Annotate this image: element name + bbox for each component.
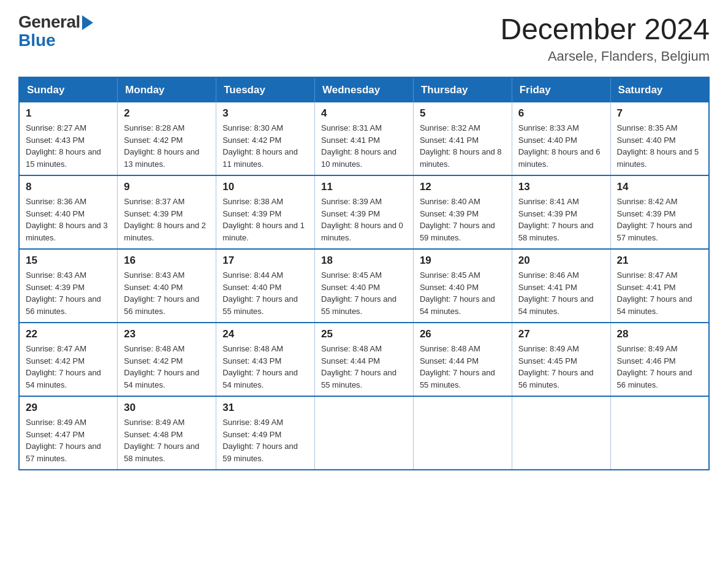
day-number: 30: [124, 402, 210, 414]
day-info: Sunrise: 8:47 AMSunset: 4:41 PMDaylight:…: [617, 269, 702, 317]
day-info: Sunrise: 8:48 AMSunset: 4:44 PMDaylight:…: [321, 343, 407, 391]
weekday-header-thursday: Thursday: [413, 77, 512, 102]
day-number: 16: [124, 255, 210, 267]
weekday-header-tuesday: Tuesday: [216, 77, 315, 102]
calendar-week-row: 8Sunrise: 8:36 AMSunset: 4:40 PMDaylight…: [19, 175, 709, 249]
weekday-header-wednesday: Wednesday: [315, 77, 414, 102]
day-number: 19: [420, 255, 506, 267]
calendar-cell: 6Sunrise: 8:33 AMSunset: 4:40 PMDaylight…: [512, 102, 610, 175]
day-info: Sunrise: 8:44 AMSunset: 4:40 PMDaylight:…: [222, 269, 308, 317]
calendar-cell: 20Sunrise: 8:46 AMSunset: 4:41 PMDayligh…: [512, 249, 610, 323]
day-info: Sunrise: 8:37 AMSunset: 4:39 PMDaylight:…: [124, 196, 210, 243]
weekday-header-saturday: Saturday: [610, 77, 709, 102]
calendar-cell: [610, 396, 709, 470]
day-number: 26: [420, 328, 506, 340]
day-number: 31: [222, 402, 308, 414]
day-info: Sunrise: 8:28 AMSunset: 4:42 PMDaylight:…: [124, 122, 210, 170]
calendar-cell: 31Sunrise: 8:49 AMSunset: 4:49 PMDayligh…: [216, 396, 315, 470]
day-number: 11: [321, 181, 407, 193]
calendar-cell: 1Sunrise: 8:27 AMSunset: 4:43 PMDaylight…: [19, 102, 118, 175]
day-info: Sunrise: 8:39 AMSunset: 4:39 PMDaylight:…: [321, 196, 407, 243]
day-number: 17: [222, 255, 308, 267]
calendar-cell: 29Sunrise: 8:49 AMSunset: 4:47 PMDayligh…: [19, 396, 118, 470]
day-info: Sunrise: 8:32 AMSunset: 4:41 PMDaylight:…: [420, 122, 506, 170]
day-number: 12: [420, 181, 506, 193]
day-number: 20: [518, 255, 604, 267]
calendar-subtitle: Aarsele, Flanders, Belgium: [500, 48, 710, 64]
day-number: 1: [26, 107, 111, 120]
day-number: 14: [617, 181, 702, 193]
calendar-cell: 7Sunrise: 8:35 AMSunset: 4:40 PMDaylight…: [610, 102, 709, 175]
calendar-cell: 17Sunrise: 8:44 AMSunset: 4:40 PMDayligh…: [216, 249, 315, 323]
day-info: Sunrise: 8:49 AMSunset: 4:47 PMDaylight:…: [26, 416, 111, 464]
calendar-cell: 22Sunrise: 8:47 AMSunset: 4:42 PMDayligh…: [19, 323, 118, 396]
day-number: 5: [420, 107, 506, 120]
day-number: 27: [518, 328, 604, 340]
calendar-cell: [512, 396, 610, 470]
logo-chevron-icon: [82, 15, 93, 30]
calendar-cell: 24Sunrise: 8:48 AMSunset: 4:43 PMDayligh…: [216, 323, 315, 396]
day-number: 25: [321, 328, 407, 340]
calendar-cell: 25Sunrise: 8:48 AMSunset: 4:44 PMDayligh…: [315, 323, 414, 396]
calendar-cell: 28Sunrise: 8:49 AMSunset: 4:46 PMDayligh…: [610, 323, 709, 396]
day-number: 29: [26, 402, 111, 414]
calendar-cell: 19Sunrise: 8:45 AMSunset: 4:40 PMDayligh…: [413, 249, 512, 323]
day-info: Sunrise: 8:49 AMSunset: 4:48 PMDaylight:…: [124, 416, 210, 464]
calendar-cell: 18Sunrise: 8:45 AMSunset: 4:40 PMDayligh…: [315, 249, 414, 323]
day-number: 6: [518, 107, 604, 120]
day-info: Sunrise: 8:48 AMSunset: 4:43 PMDaylight:…: [222, 343, 308, 391]
day-info: Sunrise: 8:45 AMSunset: 4:40 PMDaylight:…: [420, 269, 506, 317]
day-number: 9: [124, 181, 210, 193]
day-info: Sunrise: 8:43 AMSunset: 4:40 PMDaylight:…: [124, 269, 210, 317]
calendar-cell: 26Sunrise: 8:48 AMSunset: 4:44 PMDayligh…: [413, 323, 512, 396]
day-info: Sunrise: 8:48 AMSunset: 4:44 PMDaylight:…: [420, 343, 506, 391]
weekday-header-monday: Monday: [118, 77, 216, 102]
day-number: 4: [321, 107, 407, 120]
calendar-cell: [413, 396, 512, 470]
day-number: 28: [617, 328, 702, 340]
day-info: Sunrise: 8:49 AMSunset: 4:45 PMDaylight:…: [518, 343, 604, 391]
calendar-cell: 15Sunrise: 8:43 AMSunset: 4:39 PMDayligh…: [19, 249, 118, 323]
calendar-cell: 23Sunrise: 8:48 AMSunset: 4:42 PMDayligh…: [118, 323, 216, 396]
calendar-cell: 27Sunrise: 8:49 AMSunset: 4:45 PMDayligh…: [512, 323, 610, 396]
day-number: 15: [26, 255, 111, 267]
day-info: Sunrise: 8:31 AMSunset: 4:41 PMDaylight:…: [321, 122, 407, 170]
calendar-cell: 10Sunrise: 8:38 AMSunset: 4:39 PMDayligh…: [216, 175, 315, 249]
calendar-table: SundayMondayTuesdayWednesdayThursdayFrid…: [18, 77, 710, 470]
logo-general-text: General: [18, 12, 80, 32]
day-info: Sunrise: 8:38 AMSunset: 4:39 PMDaylight:…: [222, 196, 308, 243]
day-info: Sunrise: 8:27 AMSunset: 4:43 PMDaylight:…: [26, 122, 111, 170]
day-info: Sunrise: 8:42 AMSunset: 4:39 PMDaylight:…: [617, 196, 702, 243]
day-number: 22: [26, 328, 111, 340]
day-info: Sunrise: 8:36 AMSunset: 4:40 PMDaylight:…: [26, 196, 111, 243]
day-info: Sunrise: 8:30 AMSunset: 4:42 PMDaylight:…: [222, 122, 308, 170]
day-number: 8: [26, 181, 111, 193]
calendar-cell: 16Sunrise: 8:43 AMSunset: 4:40 PMDayligh…: [118, 249, 216, 323]
day-info: Sunrise: 8:41 AMSunset: 4:39 PMDaylight:…: [518, 196, 604, 243]
calendar-week-row: 1Sunrise: 8:27 AMSunset: 4:43 PMDaylight…: [19, 102, 709, 175]
calendar-cell: 5Sunrise: 8:32 AMSunset: 4:41 PMDaylight…: [413, 102, 512, 175]
logo: General Blue: [18, 12, 93, 50]
calendar-cell: [315, 396, 414, 470]
calendar-cell: 12Sunrise: 8:40 AMSunset: 4:39 PMDayligh…: [413, 175, 512, 249]
calendar-week-row: 29Sunrise: 8:49 AMSunset: 4:47 PMDayligh…: [19, 396, 709, 470]
calendar-cell: 3Sunrise: 8:30 AMSunset: 4:42 PMDaylight…: [216, 102, 315, 175]
day-number: 7: [617, 107, 702, 120]
calendar-cell: 2Sunrise: 8:28 AMSunset: 4:42 PMDaylight…: [118, 102, 216, 175]
title-area: December 2024 Aarsele, Flanders, Belgium: [500, 12, 710, 64]
day-number: 2: [124, 107, 210, 120]
logo-blue-text: Blue: [18, 31, 56, 50]
calendar-week-row: 22Sunrise: 8:47 AMSunset: 4:42 PMDayligh…: [19, 323, 709, 396]
day-number: 13: [518, 181, 604, 193]
day-number: 10: [222, 181, 308, 193]
calendar-week-row: 15Sunrise: 8:43 AMSunset: 4:39 PMDayligh…: [19, 249, 709, 323]
day-info: Sunrise: 8:48 AMSunset: 4:42 PMDaylight:…: [124, 343, 210, 391]
day-info: Sunrise: 8:49 AMSunset: 4:49 PMDaylight:…: [222, 416, 308, 464]
day-number: 21: [617, 255, 702, 267]
day-number: 3: [222, 107, 308, 120]
day-info: Sunrise: 8:40 AMSunset: 4:39 PMDaylight:…: [420, 196, 506, 243]
calendar-title: December 2024: [500, 12, 710, 46]
calendar-cell: 11Sunrise: 8:39 AMSunset: 4:39 PMDayligh…: [315, 175, 414, 249]
day-info: Sunrise: 8:46 AMSunset: 4:41 PMDaylight:…: [518, 269, 604, 317]
day-number: 18: [321, 255, 407, 267]
